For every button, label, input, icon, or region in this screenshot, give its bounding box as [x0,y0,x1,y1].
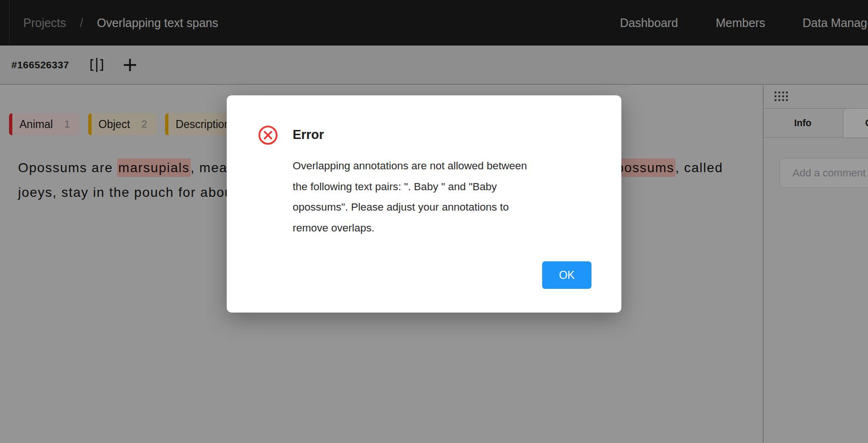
app-root: Projects / Overlapping text spans Dashbo… [0,0,868,443]
error-circle-icon [258,125,278,145]
error-dialog: Error Overlapping annotations are not al… [227,95,621,313]
dialog-message-line: Overlapping annotations are not allowed … [293,156,601,176]
dialog-title: Error [293,128,324,142]
dialog-message: Overlapping annotations are not allowed … [293,156,601,238]
ok-button[interactable]: OK [542,261,591,289]
dialog-message-line: opossums". Please adjust your annotation… [293,197,601,218]
dialog-message-line: the following text pairs: ". Baby " and … [293,176,601,197]
dialog-message-line: remove overlaps. [293,218,601,239]
